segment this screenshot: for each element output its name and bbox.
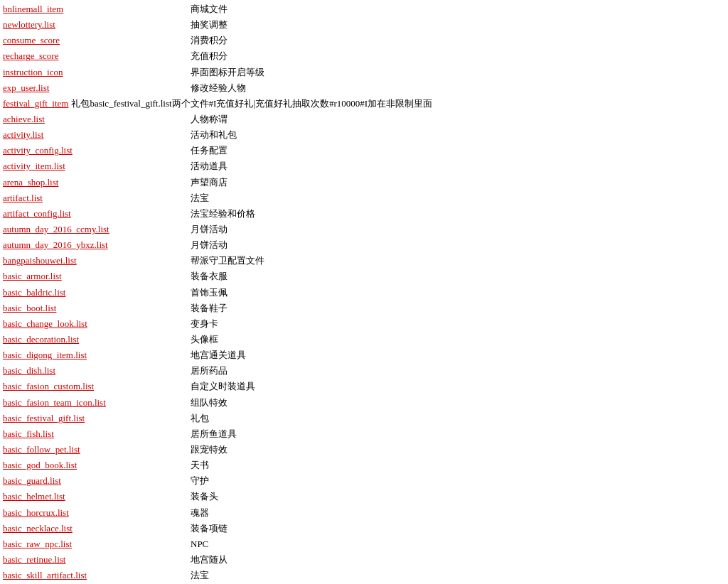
list-item: arena_shop.list声望商店	[0, 175, 728, 190]
file-link[interactable]: autumn_day_2016_ybxz.list	[3, 238, 188, 252]
list-item: artifact.list法宝	[0, 190, 728, 206]
file-desc: 守护	[188, 474, 209, 488]
file-link[interactable]: basic_follow_pet.list	[3, 443, 188, 457]
file-desc: 任务配置	[188, 144, 228, 158]
file-link[interactable]: instruction_icon	[3, 65, 188, 80]
list-item: activity.list活动和礼包	[0, 127, 728, 143]
file-link[interactable]: activity.list	[3, 128, 188, 142]
list-item: basic_dish.list居所药品	[0, 363, 728, 379]
file-link[interactable]: basic_change_look.list	[3, 317, 188, 331]
file-link[interactable]: basic_baldric.list	[3, 286, 188, 300]
file-desc: 装备项链	[188, 521, 228, 536]
list-item: basic_skill_artifact.list法宝	[0, 568, 728, 583]
list-item: activity_item.list活动道具	[0, 158, 728, 174]
file-desc: 魂器	[188, 506, 209, 520]
list-item: basic_follow_pet.list跟宠特效	[0, 442, 728, 458]
list-item: instruction_icon界面图标开启等级	[0, 65, 728, 80]
list-item: festival_gift_item礼包basic_festival_gift.…	[0, 96, 728, 112]
file-link[interactable]: basic_decoration.list	[3, 332, 188, 347]
file-desc: 居所鱼道具	[188, 427, 237, 441]
file-desc: 法宝经验和价格	[188, 207, 255, 221]
file-desc: 月饼活动	[188, 238, 228, 252]
file-link[interactable]: consume_score	[3, 33, 188, 48]
file-link[interactable]: basic_digong_item.list	[3, 348, 188, 362]
list-item: basic_festival_gift.list礼包	[0, 411, 728, 426]
file-link[interactable]: arena_shop.list	[3, 175, 188, 190]
list-item: achieve.list人物称谓	[0, 112, 728, 127]
file-link[interactable]: basic_retinue.list	[3, 553, 188, 567]
file-link[interactable]: festival_gift_item	[3, 97, 68, 111]
file-desc: 组队特效	[188, 396, 228, 410]
file-desc: 商城文件	[188, 2, 228, 16]
file-link[interactable]: artifact_config.list	[3, 207, 188, 221]
list-item: basic_raw_npc.listNPC	[0, 536, 728, 552]
file-link[interactable]: basic_dish.list	[3, 364, 188, 378]
file-link[interactable]: autumn_day_2016_ccmy.list	[3, 222, 188, 237]
list-item: bnlinemall_item商城文件	[0, 1, 728, 17]
list-item: basic_change_look.list变身卡	[0, 316, 728, 332]
file-desc: 地宫随从	[188, 553, 228, 567]
file-link[interactable]: basic_armor.list	[3, 269, 188, 283]
file-link[interactable]: basic_boot.list	[3, 301, 188, 315]
file-link[interactable]: bangpaishouwei.list	[3, 254, 188, 268]
file-desc: 法宝	[188, 191, 209, 205]
file-desc: 活动道具	[188, 159, 228, 173]
file-link[interactable]: basic_helmet.list	[3, 490, 188, 504]
file-desc: 法宝	[188, 568, 209, 583]
file-link[interactable]: bnlinemall_item	[3, 2, 188, 16]
file-desc: 首饰玉佩	[188, 286, 228, 300]
file-link[interactable]: basic_fasion_custom.list	[3, 379, 188, 394]
file-desc: 声望商店	[188, 175, 228, 190]
list-item: consume_score消费积分	[0, 33, 728, 48]
file-desc: 头像框	[188, 332, 218, 347]
file-desc: NPC	[188, 537, 208, 551]
file-link[interactable]: basic_god_book.list	[3, 458, 188, 472]
file-link[interactable]: basic_fish.list	[3, 427, 188, 441]
list-item: recharge_score充值积分	[0, 48, 728, 64]
list-item: basic_guard.list守护	[0, 473, 728, 489]
list-item: bangpaishouwei.list帮派守卫配置文件	[0, 253, 728, 269]
list-item: autumn_day_2016_ccmy.list月饼活动	[0, 222, 728, 237]
list-item: basic_fasion_team_icon.list组队特效	[0, 395, 728, 411]
file-desc: 跟宠特效	[188, 443, 228, 457]
list-item: basic_digong_item.list地宫通关道具	[0, 347, 728, 363]
file-link[interactable]: activity_item.list	[3, 159, 188, 173]
list-item: basic_decoration.list头像框	[0, 332, 728, 347]
file-desc: 抽奖调整	[188, 18, 228, 32]
list-item: newlottery.list抽奖调整	[0, 17, 728, 33]
file-desc: 礼包	[188, 411, 209, 426]
file-link[interactable]: basic_skill_artifact.list	[3, 568, 188, 583]
file-desc: 帮派守卫配置文件	[188, 254, 264, 268]
list-item: basic_horcrux.list魂器	[0, 505, 728, 521]
file-desc: 装备头	[188, 490, 218, 504]
file-link[interactable]: basic_horcrux.list	[3, 506, 188, 520]
file-link[interactable]: basic_guard.list	[3, 474, 188, 488]
file-link[interactable]: basic_necklace.list	[3, 521, 188, 536]
list-item: basic_necklace.list装备项链	[0, 521, 728, 536]
file-desc: 活动和礼包	[188, 128, 237, 142]
file-link[interactable]: achieve.list	[3, 112, 188, 126]
file-desc: 充值积分	[188, 49, 228, 63]
file-link[interactable]: artifact.list	[3, 191, 188, 205]
file-link[interactable]: newlottery.list	[3, 18, 188, 32]
list-item: basic_baldric.list首饰玉佩	[0, 285, 728, 301]
list-item: activity_config.list任务配置	[0, 143, 728, 158]
file-desc: 变身卡	[188, 317, 218, 331]
file-link[interactable]: basic_fasion_team_icon.list	[3, 396, 188, 410]
file-desc: 天书	[188, 458, 209, 472]
list-item: basic_god_book.list天书	[0, 458, 728, 473]
file-link[interactable]: basic_festival_gift.list	[3, 411, 188, 426]
file-link[interactable]: exp_user.list	[3, 81, 188, 95]
file-link[interactable]: basic_raw_npc.list	[3, 537, 188, 551]
list-item: artifact_config.list法宝经验和价格	[0, 206, 728, 222]
file-link[interactable]: recharge_score	[3, 49, 188, 63]
file-link[interactable]: activity_config.list	[3, 144, 188, 158]
file-desc: 自定义时装道具	[188, 379, 255, 394]
list-item: basic_fish.list居所鱼道具	[0, 426, 728, 442]
list-item: exp_user.list修改经验人物	[0, 80, 728, 96]
file-desc: 人物称谓	[188, 112, 228, 126]
file-desc: 界面图标开启等级	[188, 65, 264, 80]
file-desc: 修改经验人物	[188, 81, 246, 95]
list-item: autumn_day_2016_ybxz.list月饼活动	[0, 237, 728, 253]
file-desc: 装备衣服	[188, 269, 228, 283]
